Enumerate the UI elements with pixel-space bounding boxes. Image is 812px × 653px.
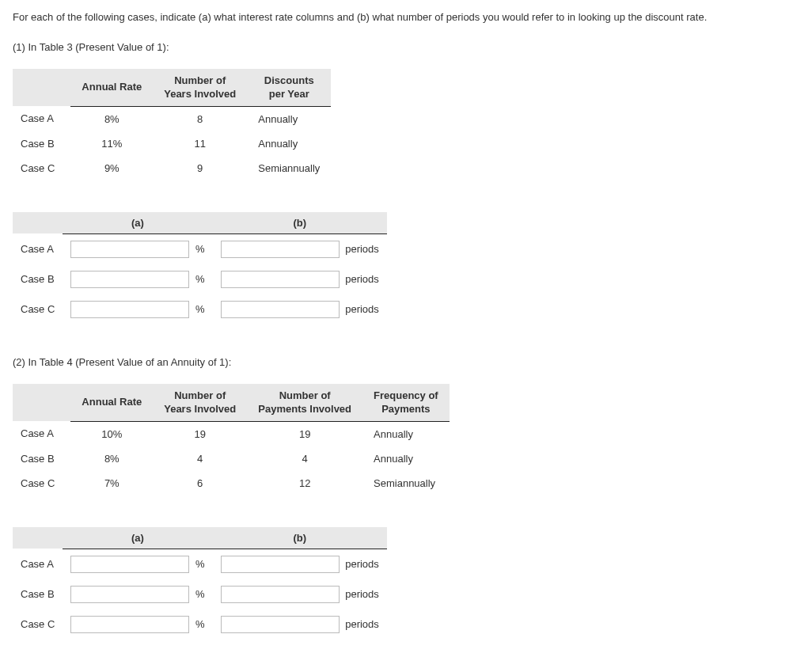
cell-years: 11 xyxy=(153,131,247,156)
row-label: Case A xyxy=(13,233,63,264)
unit-percent: % xyxy=(192,558,205,570)
input-a[interactable] xyxy=(70,586,189,603)
cell-rate: 8% xyxy=(70,106,153,131)
cell-rate: 10% xyxy=(70,421,153,446)
unit-periods: periods xyxy=(342,588,379,600)
input-a[interactable] xyxy=(70,271,189,288)
col-years-involved: Number ofYears Involved xyxy=(153,384,247,422)
answer-row: Case B % periods xyxy=(13,579,387,609)
part1-data-table: Annual Rate Number ofYears Involved Disc… xyxy=(13,69,331,180)
row-label: Case A xyxy=(13,421,70,446)
col-payments: Number ofPayments Involved xyxy=(247,384,362,422)
input-a[interactable] xyxy=(70,616,189,633)
col-discounts: Discountsper Year xyxy=(247,69,331,107)
table-row: Case A 8% 8 Annually xyxy=(13,106,331,131)
unit-periods: periods xyxy=(342,303,379,315)
answer-row: Case C % periods xyxy=(13,609,387,640)
row-label: Case B xyxy=(13,131,70,156)
unit-periods: periods xyxy=(342,618,379,630)
input-a[interactable] xyxy=(70,556,189,573)
row-label: Case C xyxy=(13,609,63,640)
answer-row: Case A % periods xyxy=(13,549,387,579)
input-b[interactable] xyxy=(221,556,340,573)
cell-rate: 7% xyxy=(70,471,153,495)
row-label: Case A xyxy=(13,106,70,131)
col-frequency: Frequency ofPayments xyxy=(362,384,450,422)
part2-heading: (2) In Table 4 (Present Value of an Annu… xyxy=(13,356,799,368)
input-b[interactable] xyxy=(221,616,340,633)
row-label: Case B xyxy=(13,446,70,471)
table-row: Case B 11% 11 Annually xyxy=(13,131,331,156)
cell-years: 4 xyxy=(153,446,247,471)
input-a[interactable] xyxy=(70,301,189,318)
col-annual-rate: Annual Rate xyxy=(70,69,153,107)
unit-periods: periods xyxy=(342,273,379,285)
unit-percent: % xyxy=(192,303,205,315)
cell-years: 9 xyxy=(153,156,247,180)
answer-row: Case C % periods xyxy=(13,294,387,325)
col-annual-rate: Annual Rate xyxy=(70,384,153,422)
input-a[interactable] xyxy=(70,241,189,258)
answer-row: Case A % periods xyxy=(13,233,387,264)
spacer xyxy=(13,69,70,107)
cell-discounts: Semiannually xyxy=(247,156,331,180)
row-label: Case B xyxy=(13,264,63,294)
row-label: Case C xyxy=(13,471,70,495)
cell-discounts: Annually xyxy=(247,131,331,156)
spacer xyxy=(13,527,63,549)
cell-freq: Annually xyxy=(362,421,450,446)
cell-freq: Semiannually xyxy=(362,471,450,495)
cell-rate: 9% xyxy=(70,156,153,180)
spacer xyxy=(13,212,63,234)
cell-rate: 11% xyxy=(70,131,153,156)
spacer xyxy=(13,384,70,422)
cell-years: 8 xyxy=(153,106,247,131)
part1-answer-table: (a) (b) Case A % periods Case B % period… xyxy=(13,212,387,325)
cell-rate: 8% xyxy=(70,446,153,471)
cell-years: 6 xyxy=(153,471,247,495)
input-b[interactable] xyxy=(221,271,340,288)
part2-answer-table: (a) (b) Case A % periods Case B % period… xyxy=(13,527,387,640)
input-b[interactable] xyxy=(221,301,340,318)
unit-percent: % xyxy=(192,243,205,255)
table-row: Case C 7% 6 12 Semiannually xyxy=(13,471,450,495)
input-b[interactable] xyxy=(221,241,340,258)
row-label: Case B xyxy=(13,579,63,609)
cell-years: 19 xyxy=(153,421,247,446)
col-a: (a) xyxy=(63,527,212,549)
part1-heading: (1) In Table 3 (Present Value of 1): xyxy=(13,41,799,53)
question-text: For each of the following cases, indicat… xyxy=(13,9,799,25)
table-row: Case B 8% 4 4 Annually xyxy=(13,446,450,471)
cell-payments: 19 xyxy=(247,421,362,446)
row-label: Case C xyxy=(13,294,63,325)
table-row: Case C 9% 9 Semiannually xyxy=(13,156,331,180)
unit-periods: periods xyxy=(342,558,379,570)
col-years-involved: Number ofYears Involved xyxy=(153,69,247,107)
cell-payments: 4 xyxy=(247,446,362,471)
cell-discounts: Annually xyxy=(247,106,331,131)
unit-percent: % xyxy=(192,273,205,285)
col-b: (b) xyxy=(213,212,387,234)
cell-freq: Annually xyxy=(362,446,450,471)
table-row: Case A 10% 19 19 Annually xyxy=(13,421,450,446)
cell-payments: 12 xyxy=(247,471,362,495)
col-b: (b) xyxy=(213,527,387,549)
unit-percent: % xyxy=(192,588,205,600)
part2-data-table: Annual Rate Number ofYears Involved Numb… xyxy=(13,384,450,495)
input-b[interactable] xyxy=(221,586,340,603)
answer-row: Case B % periods xyxy=(13,264,387,294)
col-a: (a) xyxy=(63,212,212,234)
unit-percent: % xyxy=(192,618,205,630)
row-label: Case A xyxy=(13,549,63,579)
unit-periods: periods xyxy=(342,243,379,255)
row-label: Case C xyxy=(13,156,70,180)
